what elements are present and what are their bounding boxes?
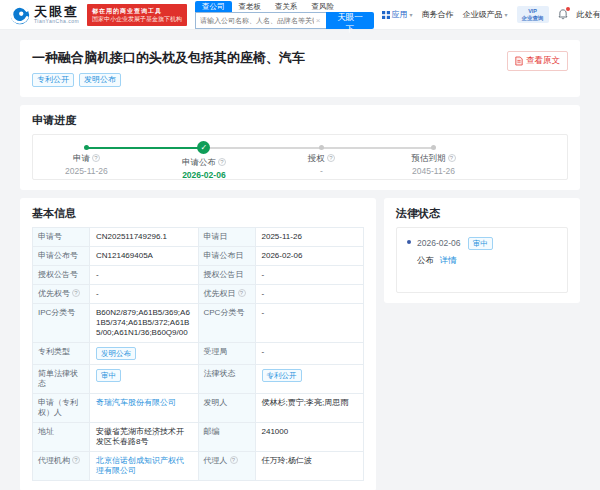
table-row: 地址 安徽省芜湖市经济技术开发区长春路8号 邮编 241000 bbox=[33, 423, 363, 452]
field-label: 授权公告日 bbox=[199, 266, 256, 284]
notification-bell[interactable] bbox=[558, 9, 568, 20]
document-icon bbox=[515, 56, 523, 66]
tianyancha-logo-icon bbox=[10, 5, 30, 25]
field-value: - bbox=[256, 304, 364, 342]
nav-cooperation[interactable]: 商务合作 bbox=[422, 9, 454, 20]
info-icon[interactable]: ? bbox=[92, 154, 100, 162]
field-label: 邮编 bbox=[199, 423, 256, 451]
field-label: 申请号 bbox=[33, 228, 90, 246]
search-tabs: 查公司 查老板 查关系 查风险 bbox=[195, 1, 374, 12]
legal-status-section: 法律状态 2026-02-06 审中 公布 详情 bbox=[384, 198, 580, 303]
application-progress-section: 申请进度 申请? 2025-11-26 ✓ 申请公布? 2026-02-06 bbox=[20, 105, 580, 190]
timeline-dot bbox=[319, 145, 324, 150]
agency-link[interactable]: 北京信诺创成知识产权代理有限公司 bbox=[96, 456, 184, 475]
search-tab-company[interactable]: 查公司 bbox=[195, 1, 232, 12]
field-value: 安徽省芜湖市经济技术开发区长春路8号 bbox=[90, 423, 199, 451]
user-menu-label: 此处有... bbox=[577, 9, 600, 20]
field-label: 申请（专利权）人 bbox=[33, 394, 90, 422]
info-icon[interactable]: ? bbox=[327, 154, 335, 162]
info-icon[interactable]: ? bbox=[230, 456, 238, 464]
check-circle-icon: ✓ bbox=[197, 141, 210, 154]
search-tab-relation[interactable]: 查关系 bbox=[268, 1, 305, 12]
field-value: 任万玲;杨仁波 bbox=[256, 452, 364, 480]
info-icon[interactable]: ? bbox=[72, 289, 80, 297]
promo-line2: 国家中小企业发展子基金旗下机构 bbox=[92, 15, 182, 23]
table-row: 代理机构? 北京信诺创成知识产权代理有限公司 代理人? 任万玲;杨仁波 bbox=[33, 452, 363, 481]
progress-timeline: 申请? 2025-11-26 ✓ 申请公布? 2026-02-06 授权? - bbox=[32, 134, 568, 180]
info-icon[interactable]: ? bbox=[218, 158, 226, 166]
step-date: 2025-11-26 bbox=[36, 166, 136, 176]
field-value: - bbox=[256, 343, 364, 364]
field-label-text: 代理人 bbox=[204, 456, 228, 465]
search-input[interactable] bbox=[200, 17, 314, 24]
vip-badge-line2: 企业查询 bbox=[522, 15, 544, 22]
legal-status-detail-link[interactable]: 详情 bbox=[439, 255, 456, 265]
nav-apps-label: 应用 bbox=[392, 9, 408, 20]
info-icon[interactable]: ? bbox=[72, 456, 80, 464]
legal-status-badge: 专利公开 bbox=[262, 369, 302, 382]
progress-step-grant: 授权? - bbox=[271, 135, 371, 176]
field-label: 授权公告号 bbox=[33, 266, 90, 284]
timeline-dot bbox=[431, 145, 436, 150]
step-label: 预估到期 bbox=[412, 153, 446, 163]
step-label: 申请 bbox=[73, 153, 90, 163]
field-label: CPC分类号 bbox=[199, 304, 256, 342]
field-label: 优先权日? bbox=[199, 285, 256, 303]
bullet-icon bbox=[407, 240, 411, 244]
section-title-basic-info: 基本信息 bbox=[32, 206, 364, 221]
progress-step-apply: 申请? 2025-11-26 bbox=[36, 135, 136, 176]
search-button[interactable]: 天眼一下 bbox=[326, 12, 373, 29]
field-value: - bbox=[256, 285, 364, 303]
patent-tags: 专利公开 发明公布 bbox=[32, 73, 568, 87]
field-label: 申请日 bbox=[199, 228, 256, 246]
patent-detail-page: 一种融合脑机接口的头枕及包括其的座椅、汽车 查看原文 专利公开 发明公布 申请进… bbox=[0, 30, 600, 490]
field-label: 申请公布日 bbox=[199, 247, 256, 265]
field-label-text: 优先权日 bbox=[204, 289, 236, 298]
nav-enterprise[interactable]: 企业级产品 ▾ bbox=[463, 9, 508, 20]
patent-type-badge: 发明公布 bbox=[96, 347, 136, 360]
tianyancha-logo[interactable]: 天眼查 TianYanCha.com bbox=[10, 5, 79, 25]
nav-enterprise-label: 企业级产品 bbox=[463, 9, 503, 20]
timeline-dot bbox=[84, 145, 89, 150]
field-label: 申请公布号 bbox=[33, 247, 90, 265]
section-title-progress: 申请进度 bbox=[32, 113, 568, 128]
chevron-down-icon: ▾ bbox=[505, 11, 508, 18]
field-value: - bbox=[90, 266, 199, 284]
legal-status-entry: 2026-02-06 审中 公布 详情 bbox=[407, 237, 557, 267]
field-label: 简单法律状态 bbox=[33, 365, 90, 393]
field-label: 地址 bbox=[33, 423, 90, 451]
search-tab-boss[interactable]: 查老板 bbox=[232, 1, 269, 12]
field-value: 北京信诺创成知识产权代理有限公司 bbox=[90, 452, 199, 480]
search-area: 查公司 查老板 查关系 查风险 × 天眼一下 bbox=[195, 1, 374, 29]
user-menu[interactable]: 此处有... ▾ bbox=[577, 9, 600, 20]
notification-dot bbox=[566, 7, 570, 11]
info-icon[interactable]: ? bbox=[238, 289, 246, 297]
vip-badge[interactable]: VIP 企业查询 bbox=[517, 6, 549, 23]
clear-icon[interactable]: × bbox=[314, 16, 323, 25]
logo-text: 天眼查 bbox=[34, 5, 79, 18]
field-value: 2025-11-26 bbox=[256, 228, 364, 246]
table-row: 申请公布号 CN121469405A 申请公布日 2026-02-06 bbox=[33, 247, 363, 266]
field-label: 优先权号? bbox=[33, 285, 90, 303]
field-label: 法律状态 bbox=[199, 365, 256, 393]
nav-apps[interactable]: 应用 ▾ bbox=[382, 9, 413, 20]
applicant-link[interactable]: 奇瑞汽车股份有限公司 bbox=[96, 398, 176, 407]
table-row: 专利类型 发明公布 受理局 - bbox=[33, 343, 363, 365]
table-row: 优先权号? - 优先权日? - bbox=[33, 285, 363, 304]
step-label: 授权 bbox=[308, 153, 325, 163]
field-value: 241000 bbox=[256, 423, 364, 451]
field-value: 奇瑞汽车股份有限公司 bbox=[90, 394, 199, 422]
step-date: - bbox=[271, 166, 371, 176]
apps-grid-icon bbox=[382, 11, 390, 19]
search-tab-risk[interactable]: 查风险 bbox=[305, 1, 342, 12]
field-label: 专利类型 bbox=[33, 343, 90, 364]
view-original-label: 查看原文 bbox=[526, 55, 560, 67]
info-icon[interactable]: ? bbox=[448, 154, 456, 162]
field-value: B60N2/879;A61B5/369;A61B5/374;A61B5/372;… bbox=[90, 304, 199, 342]
field-value: 专利公开 bbox=[256, 365, 364, 393]
field-value: CN121469405A bbox=[90, 247, 199, 265]
basic-info-section: 基本信息 申请号 CN202511749296.1 申请日 2025-11-26… bbox=[20, 198, 376, 490]
table-row: 申请号 CN202511749296.1 申请日 2025-11-26 bbox=[33, 228, 363, 247]
view-original-button[interactable]: 查看原文 bbox=[507, 51, 568, 71]
logo-subtext: TianYanCha.com bbox=[34, 19, 79, 24]
